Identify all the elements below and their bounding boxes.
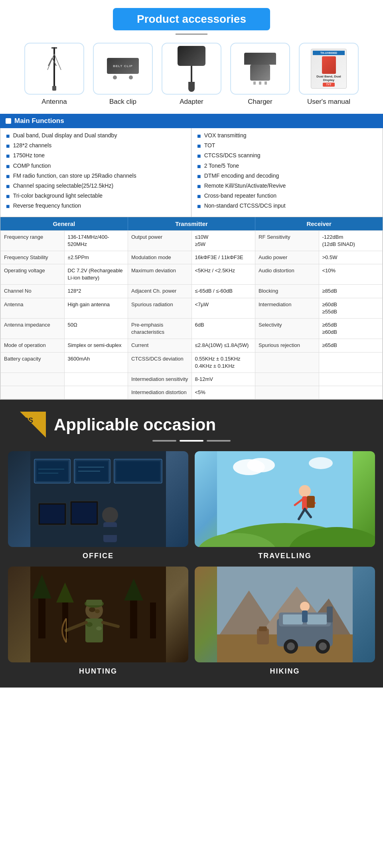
clip-screw-1: [113, 75, 117, 79]
func-bullet: ■: [6, 152, 10, 160]
table-row: Antenna impedance 50Ω Pre-emphasis chara…: [1, 319, 383, 339]
office-svg: [8, 451, 188, 547]
occasion-item-travelling: TRAVELLING: [195, 451, 375, 560]
antenna-icon: [44, 44, 64, 94]
func-bullet: ■: [6, 163, 10, 170]
svg-point-20: [102, 507, 118, 523]
spec-label: Audio distortion: [255, 264, 319, 285]
svg-marker-7: [20, 412, 46, 438]
rs-badge-icon: RS: [20, 412, 46, 438]
spec-value: ≤10W≥5W: [192, 230, 255, 251]
accessory-manual-img: TH-UV8000D Dual Band, Dual Display TYT: [299, 43, 359, 95]
adapter-icon: [178, 46, 205, 92]
manual-icon: TH-UV8000D Dual Band, Dual Display TYT: [311, 49, 347, 89]
svg-point-74: [300, 602, 310, 611]
spec-value: ≥85dB: [319, 285, 383, 298]
func-item: ■Cross-band repeater function: [197, 192, 377, 200]
manual-brand: Dual Band, Dual Display: [313, 75, 345, 82]
func-bullet: ■: [197, 192, 201, 200]
svg-rect-26: [72, 503, 97, 523]
svg-rect-15: [116, 461, 160, 481]
spec-label: CTCSS/DCS deviation: [128, 352, 192, 373]
spec-value: ≥65dB≥60dB: [319, 319, 383, 339]
func-text: Reverse frequency function: [13, 202, 81, 209]
main-functions-header: Main Functions: [0, 114, 383, 128]
func-text: CTCSS/DCS scanning: [204, 152, 261, 159]
func-text: DTMF encoding and decoding: [204, 172, 279, 179]
func-bullet: ■: [197, 182, 201, 190]
svg-rect-2: [52, 86, 56, 91]
accessory-backclip: BELT CLIP Back clip: [91, 43, 155, 106]
func-text: Remote Kill/Stun/Activate/Revive: [204, 182, 286, 189]
svg-line-6: [54, 54, 61, 70]
clip-screw-2: [129, 75, 133, 79]
svg-line-3: [48, 58, 52, 66]
adapter-body: [178, 46, 205, 66]
spec-value: ±2.5PPm: [64, 251, 128, 264]
func-bullet: ■: [197, 152, 201, 160]
spec-value: 16kΦF3E / 11kΦF3E: [192, 251, 255, 264]
svg-text:RS: RS: [23, 416, 33, 424]
charger-icon: [244, 53, 276, 85]
accessory-antenna-label: Antenna: [41, 98, 67, 106]
specs-col-headers: General Transmitter Receiver: [0, 217, 383, 230]
svg-rect-24: [40, 505, 65, 523]
func-item: ■Reverse frequency function: [6, 202, 186, 210]
spec-label: RF Sensitivity: [255, 230, 319, 251]
spec-value: [319, 386, 383, 399]
func-text: Cross-band repeater function: [204, 192, 276, 199]
functions-left-col: ■Dual band, Dual display and Dual standb…: [0, 128, 192, 217]
spec-label: Intermediation: [255, 298, 319, 318]
accessories-items: Antenna BELT CLIP Back clip: [4, 43, 379, 106]
antenna-svg: [44, 46, 64, 92]
spec-value: 8-12mV: [192, 373, 255, 386]
spec-label: [255, 386, 319, 399]
charger-base: [244, 53, 276, 65]
accessories-section: Product accessories Antenna: [0, 0, 383, 114]
spec-label: Adjacent Ch. power: [128, 285, 192, 298]
svg-point-51: [95, 609, 100, 613]
func-text: VOX transmitting: [204, 132, 247, 139]
manual-title-bar: TH-UV8000D: [313, 51, 345, 55]
occasion-divider-bar-1: [152, 440, 176, 442]
occasion-title: Applicable occasion: [46, 415, 216, 434]
func-item: ■Dual band, Dual display and Dual standb…: [6, 132, 186, 140]
func-item: ■Remote Kill/Stun/Activate/Revive: [197, 182, 377, 190]
svg-rect-52: [85, 618, 103, 642]
spec-label: Frequency Stability: [1, 251, 65, 264]
func-bullet: ■: [6, 202, 10, 210]
accessory-adapter-label: Adapter: [180, 98, 203, 106]
travelling-svg: [195, 451, 375, 547]
main-functions-title: Main Functions: [14, 117, 64, 125]
charger-contact-2: [259, 81, 261, 85]
func-bullet: ■: [197, 163, 201, 170]
functions-grid: ■Dual band, Dual display and Dual standb…: [0, 128, 383, 217]
svg-point-72: [319, 642, 327, 650]
spec-label: Selectivity: [255, 319, 319, 339]
spec-label: Current: [128, 339, 192, 352]
func-bullet: ■: [6, 192, 10, 200]
occasion-title-row: RS Applicable occasion: [8, 412, 375, 438]
func-bullet: ■: [6, 132, 10, 140]
func-item: ■Tri-color background light selectable: [6, 192, 186, 200]
table-row: Frequency Stability ±2.5PPm Modulation m…: [1, 251, 383, 264]
func-text: TOT: [204, 142, 215, 149]
occasion-divider-bar-3: [207, 440, 231, 442]
clip-body: BELT CLIP: [107, 58, 139, 74]
accessory-charger-img: [230, 43, 290, 95]
table-row: Battery capacity 3600mAh CTCSS/DCS devia…: [1, 352, 383, 373]
manual-img-area: [322, 56, 336, 74]
spec-value: 50Ω: [64, 319, 128, 339]
spec-label: Operating voltage: [1, 264, 65, 285]
spec-label: [255, 352, 319, 373]
spec-value: <5%: [192, 386, 255, 399]
occasion-item-office: OFFICE: [8, 451, 188, 560]
occasion-grid: OFFICE: [8, 451, 375, 676]
spec-value: [319, 373, 383, 386]
specs-table: Frequency range 136-174MHz/400-520MHz Ou…: [0, 230, 383, 400]
func-text: FM radio function, can store up 25Radio …: [13, 172, 136, 179]
func-bullet: ■: [197, 132, 201, 140]
svg-rect-22: [30, 527, 166, 535]
svg-point-54: [96, 626, 102, 630]
occasion-item-hiking: HIKING: [195, 567, 375, 676]
